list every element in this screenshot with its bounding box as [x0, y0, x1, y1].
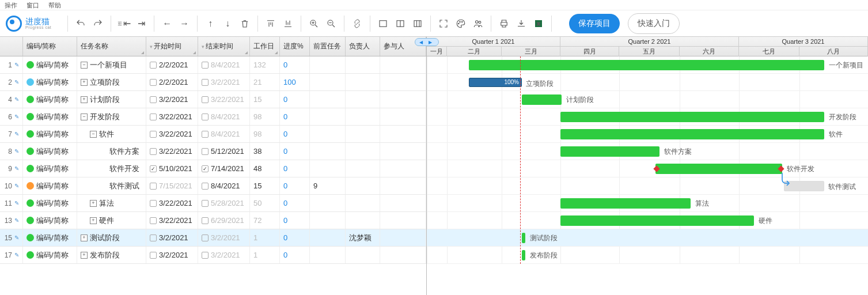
expand-toggle[interactable]: +	[81, 252, 88, 259]
gantt-bar[interactable]: 100%立项阶段	[469, 78, 522, 87]
col-code[interactable]: 编码/简称	[23, 37, 77, 56]
edit-icon[interactable]: ✎	[14, 131, 19, 137]
save-button[interactable]: 保存项目	[569, 14, 620, 33]
quickstart-button[interactable]: 快速入门	[628, 13, 680, 34]
gantt-bar[interactable]: 硬件	[560, 215, 754, 226]
edit-icon[interactable]: ✎	[14, 165, 19, 172]
gantt-row[interactable]: 100%立项阶段	[427, 74, 868, 91]
expand-toggle[interactable]: +	[90, 200, 97, 207]
gantt-row[interactable]: 算法	[427, 195, 868, 212]
layout-3-icon[interactable]	[411, 17, 424, 31]
outdent-icon[interactable]: ⇤	[117, 17, 131, 31]
start-checkbox[interactable]	[150, 235, 157, 241]
undo-icon[interactable]	[74, 17, 88, 31]
trash-icon[interactable]	[238, 17, 252, 31]
gantt-bar[interactable]: 发布阶段	[522, 250, 525, 260]
edit-icon[interactable]: ✎	[14, 62, 19, 68]
table-row[interactable]: 11✎编码/简称+算法3/22/20215/28/2021500	[0, 195, 426, 212]
gantt-bar[interactable]: 算法	[560, 198, 691, 209]
table-row[interactable]: 15✎编码/简称+测试阶段3/2/20213/2/202110沈梦颖	[0, 229, 426, 247]
table-row[interactable]: 8✎编码/简称软件方案3/22/20215/12/2021380	[0, 143, 426, 160]
edit-icon[interactable]: ✎	[14, 183, 19, 189]
gantt-row[interactable]: 软件	[427, 126, 868, 143]
gantt-row[interactable]: 软件方案	[427, 143, 868, 160]
splitter-handle[interactable]	[415, 38, 439, 46]
start-checkbox[interactable]: ✓	[150, 165, 157, 172]
col-start[interactable]: ▾开始时间	[146, 37, 198, 56]
gantt-row[interactable]: 软件测试	[427, 177, 868, 195]
gantt-row[interactable]: 一个新项目	[427, 56, 868, 74]
edit-icon[interactable]: ✎	[14, 200, 19, 206]
expand-toggle[interactable]: +	[90, 217, 97, 224]
end-checkbox[interactable]	[202, 217, 209, 224]
start-checkbox[interactable]	[150, 96, 157, 103]
start-checkbox[interactable]	[150, 148, 157, 155]
table-row[interactable]: 13✎编码/简称+硬件3/22/20216/29/2021720	[0, 212, 426, 229]
arrow-up-icon[interactable]: ↑	[203, 17, 217, 31]
layout-2-icon[interactable]	[393, 17, 407, 31]
expand-toggle[interactable]: +	[81, 235, 88, 241]
arrow-right-icon[interactable]: →	[177, 17, 191, 31]
end-checkbox[interactable]	[202, 148, 209, 155]
expand-toggle[interactable]: −	[81, 114, 88, 120]
excel-icon[interactable]: X	[532, 17, 545, 31]
end-checkbox[interactable]: ✓	[202, 165, 209, 172]
col-pred[interactable]: 前置任务	[310, 37, 346, 56]
table-row[interactable]: 10✎编码/简称软件测试7/15/20218/4/20211509	[0, 177, 426, 195]
expand-toggle[interactable]: +	[81, 79, 88, 86]
start-checkbox[interactable]	[150, 200, 157, 207]
gantt-row[interactable]: 软件开发	[427, 160, 868, 177]
col-prog[interactable]: 进度%	[280, 37, 310, 56]
gantt-bar[interactable]: 软件方案	[560, 146, 659, 157]
end-checkbox[interactable]	[202, 235, 209, 241]
menu-window[interactable]: 窗口	[26, 1, 39, 9]
gantt-row[interactable]: 测试阶段	[427, 229, 868, 247]
gantt-bar[interactable]: 一个新项目	[469, 60, 824, 70]
edit-icon[interactable]: ✎	[14, 252, 19, 258]
col-own[interactable]: 负责人	[346, 37, 380, 56]
expand-toggle[interactable]: +	[81, 96, 88, 103]
align-bottom-icon[interactable]	[281, 17, 295, 31]
link-icon[interactable]	[350, 17, 364, 31]
col-days[interactable]: 工作日	[250, 37, 280, 56]
expand-toggle[interactable]: −	[90, 131, 97, 138]
layout-1-icon[interactable]	[376, 17, 390, 31]
end-checkbox[interactable]	[202, 114, 209, 120]
menu-action[interactable]: 操作	[5, 1, 17, 9]
zoom-out-icon[interactable]	[324, 17, 338, 31]
start-checkbox[interactable]	[150, 62, 157, 69]
redo-icon[interactable]	[91, 17, 105, 31]
start-checkbox[interactable]	[150, 183, 157, 190]
start-checkbox[interactable]	[150, 131, 157, 138]
end-checkbox[interactable]	[202, 96, 209, 103]
palette-icon[interactable]	[454, 17, 468, 31]
table-row[interactable]: 2✎编码/简称+立项阶段2/2/20213/2/202121100	[0, 74, 426, 91]
end-checkbox[interactable]	[202, 252, 209, 259]
end-checkbox[interactable]	[202, 79, 209, 86]
edit-icon[interactable]: ✎	[14, 114, 19, 120]
download-icon[interactable]	[514, 17, 528, 31]
table-row[interactable]: 6✎编码/简称−开发阶段3/22/20218/4/2021980	[0, 108, 426, 126]
end-checkbox[interactable]	[202, 131, 209, 138]
gantt-bar[interactable]: 软件	[560, 129, 824, 139]
gantt-row[interactable]: 发布阶段	[427, 247, 868, 264]
table-row[interactable]: 1✎编码/简称−一个新项目2/2/20218/4/20211320	[0, 56, 426, 74]
edit-icon[interactable]: ✎	[14, 217, 19, 224]
start-checkbox[interactable]	[150, 79, 157, 86]
menu-help[interactable]: 帮助	[48, 1, 61, 9]
start-checkbox[interactable]	[150, 252, 157, 259]
col-name[interactable]: 任务名称	[77, 37, 146, 56]
zoom-in-icon[interactable]	[307, 17, 321, 31]
arrow-left-icon[interactable]: ←	[160, 17, 174, 31]
edit-icon[interactable]: ✎	[14, 235, 19, 241]
gantt-row[interactable]: 计划阶段	[427, 91, 868, 108]
gantt-bar[interactable]: 开发阶段	[560, 112, 824, 122]
expand-toggle[interactable]: −	[81, 62, 88, 69]
gantt-row[interactable]: 硬件	[427, 212, 868, 229]
edit-icon[interactable]: ✎	[14, 148, 19, 154]
gantt-bar[interactable]: 计划阶段	[522, 94, 562, 105]
end-checkbox[interactable]	[202, 183, 209, 190]
table-row[interactable]: 4✎编码/简称+计划阶段3/2/20213/22/2021150	[0, 91, 426, 108]
end-checkbox[interactable]	[202, 62, 209, 69]
edit-icon[interactable]: ✎	[14, 96, 19, 103]
